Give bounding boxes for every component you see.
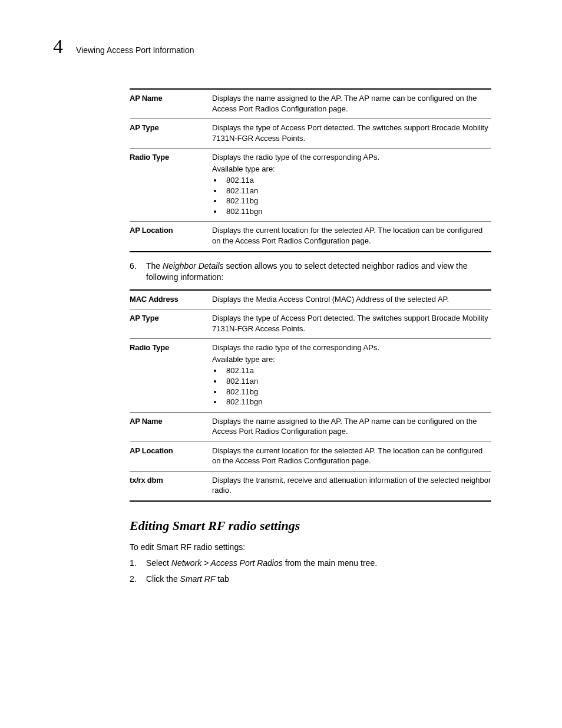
definition-table: MAC Address Displays the Media Access Co… [130, 289, 491, 502]
row-label: AP Type [130, 313, 212, 335]
step-number: 6. [130, 261, 146, 284]
row-desc: Displays the transmit, receive and atten… [212, 475, 491, 496]
numbered-step: 1. Select Network > Access Port Radios f… [130, 557, 491, 569]
list-item: 802.11bg [223, 196, 491, 206]
row-desc: Displays the name assigned to the AP. Th… [212, 416, 491, 437]
text-fragment: tab [215, 574, 229, 584]
numbered-paragraph: 6. The Neighbor Details section allows y… [130, 261, 491, 284]
row-desc: Displays the radio type of the correspon… [212, 342, 491, 353]
row-label: AP Name [130, 416, 212, 438]
row-body: Displays the radio type of the correspon… [212, 342, 491, 408]
definition-table: AP Name Displays the name assigned to th… [130, 88, 491, 252]
row-body: Displays the type of Access Port detecte… [212, 313, 491, 335]
step-text: The Neighbor Details section allows you … [146, 261, 491, 284]
row-desc: Displays the radio type of the correspon… [212, 152, 491, 163]
page: 4 Viewing Access Port Information AP Nam… [0, 0, 562, 728]
row-label: Radio Type [130, 152, 212, 218]
text-fragment: Click the [146, 574, 180, 584]
intro-paragraph: To edit Smart RF radio settings: [130, 542, 491, 554]
row-label: tx/rx dbm [130, 475, 212, 497]
running-header: 4 Viewing Access Port Information [53, 35, 491, 58]
table-row: Radio Type Displays the radio type of th… [130, 338, 491, 411]
row-label: Radio Type [130, 342, 212, 408]
row-label: AP Location [130, 225, 212, 247]
section-title: Viewing Access Port Information [76, 45, 194, 55]
table-row: AP Name Displays the name assigned to th… [130, 90, 491, 118]
table-row: AP Type Displays the type of Access Port… [130, 118, 491, 148]
step-number: 1. [130, 557, 146, 569]
table-row: AP Type Displays the type of Access Port… [130, 309, 491, 338]
row-desc: Displays the current location for the se… [212, 446, 491, 466]
numbered-step: 2. Click the Smart RF tab [130, 573, 491, 585]
row-desc: Displays the type of Access Port detecte… [212, 123, 491, 143]
ui-term: Smart RF [180, 574, 216, 584]
row-body: Displays the Media Access Control (MAC) … [212, 294, 491, 306]
row-desc: Displays the name assigned to the AP. Th… [212, 93, 491, 114]
row-desc: Displays the type of Access Port detecte… [212, 313, 491, 334]
text-fragment: from the main menu tree. [283, 558, 377, 568]
row-label: MAC Address [130, 294, 212, 306]
row-desc: Available type are: [212, 354, 491, 365]
section-heading: Editing Smart RF radio settings [130, 518, 491, 533]
table-row: AP Location Displays the current locatio… [130, 221, 491, 251]
list-item: 802.11a [223, 175, 491, 186]
row-body: Displays the current location for the se… [212, 225, 491, 247]
ui-term: Neighbor Details [163, 261, 224, 271]
chapter-number: 4 [53, 35, 63, 58]
row-body: Displays the transmit, receive and atten… [212, 475, 491, 497]
list-item: 802.11an [223, 376, 491, 387]
list-item: 802.11bgn [223, 206, 491, 217]
row-desc: Available type are: [212, 164, 491, 174]
row-body: Displays the name assigned to the AP. Th… [212, 93, 491, 115]
list-item: 802.11bg [223, 387, 491, 397]
row-desc: Displays the current location for the se… [212, 225, 491, 246]
row-label: AP Location [130, 446, 212, 467]
row-list: 802.11a 802.11an 802.11bg 802.11bgn [223, 175, 491, 216]
list-item: 802.11a [223, 365, 491, 376]
row-body: Displays the name assigned to the AP. Th… [212, 416, 491, 438]
row-label: AP Name [130, 93, 212, 115]
row-body: Displays the type of Access Port detecte… [212, 123, 491, 144]
table-row: Radio Type Displays the radio type of th… [130, 148, 491, 221]
text-fragment: Select [146, 558, 171, 568]
row-body: Displays the radio type of the correspon… [212, 152, 491, 218]
row-desc: Displays the Media Access Control (MAC) … [212, 294, 491, 305]
ui-term: Network > Access Port Radios [171, 558, 283, 568]
step-text: Click the Smart RF tab [146, 573, 491, 585]
text-fragment: The [146, 261, 163, 271]
step-number: 2. [130, 573, 146, 585]
step-text: Select Network > Access Port Radios from… [146, 557, 491, 569]
list-item: 802.11an [223, 186, 491, 196]
content-area: AP Name Displays the name assigned to th… [130, 88, 491, 585]
row-label: AP Type [130, 123, 212, 144]
table-row: AP Location Displays the current locatio… [130, 442, 491, 471]
table-row: AP Name Displays the name assigned to th… [130, 412, 491, 442]
row-body: Displays the current location for the se… [212, 446, 491, 467]
list-item: 802.11bgn [223, 397, 491, 407]
table-row: MAC Address Displays the Media Access Co… [130, 291, 491, 309]
row-list: 802.11a 802.11an 802.11bg 802.11bgn [223, 365, 491, 407]
table-row: tx/rx dbm Displays the transmit, receive… [130, 471, 491, 500]
